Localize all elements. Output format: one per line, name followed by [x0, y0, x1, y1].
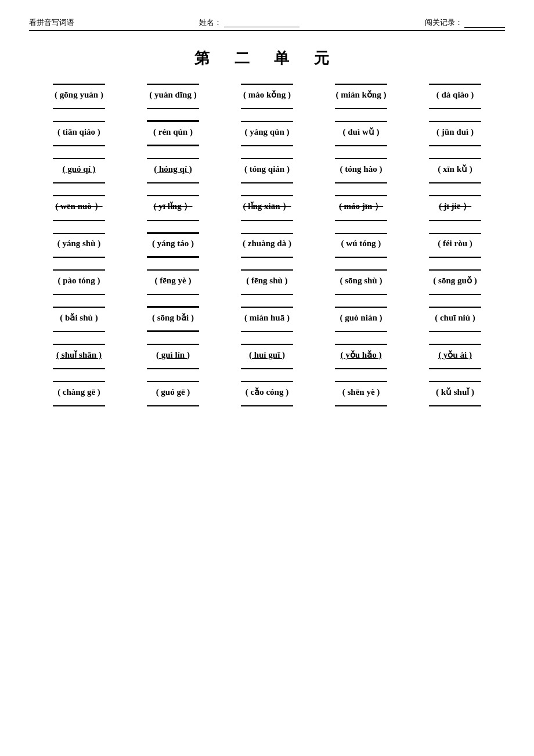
- answer-line-bot-0-1[interactable]: [147, 105, 199, 109]
- answer-line-bot-8-3[interactable]: [335, 402, 387, 406]
- answer-line-top-0-3[interactable]: [335, 80, 387, 85]
- answer-line-bot-3-3[interactable]: [335, 217, 387, 221]
- answer-line-bot-2-2[interactable]: [241, 179, 293, 183]
- answer-line-top-6-0[interactable]: [53, 303, 105, 308]
- answer-line-bot-4-3[interactable]: [335, 253, 387, 258]
- answer-line-bot-7-4[interactable]: [429, 365, 481, 369]
- answer-line-bot-5-2[interactable]: [241, 290, 293, 295]
- answer-line-top-8-4[interactable]: [429, 377, 481, 382]
- answer-line-bot-1-1[interactable]: [147, 142, 199, 146]
- answer-line-bot-4-0[interactable]: [53, 253, 105, 258]
- answer-line-top-4-3[interactable]: [335, 229, 387, 234]
- answer-line-top-5-4[interactable]: [429, 266, 481, 271]
- answer-line-top-3-3[interactable]: [335, 192, 387, 196]
- answer-line-bot-0-0[interactable]: [53, 105, 105, 109]
- answer-line-bot-0-2[interactable]: [241, 105, 293, 109]
- answer-line-bot-7-3[interactable]: [335, 365, 387, 369]
- bot-line-col-2-0: [32, 177, 126, 183]
- answer-line-top-7-1[interactable]: [147, 340, 199, 345]
- answer-line-bot-1-3[interactable]: [335, 142, 387, 146]
- answer-line-bot-1-4[interactable]: [429, 142, 481, 146]
- answer-line-top-6-1[interactable]: [147, 303, 199, 308]
- answer-line-bot-6-2[interactable]: [241, 327, 293, 332]
- answer-line-top-1-0[interactable]: [53, 117, 105, 122]
- answer-line-bot-8-0[interactable]: [53, 402, 105, 406]
- answer-line-top-2-3[interactable]: [335, 154, 387, 159]
- answer-line-top-2-0[interactable]: [53, 154, 105, 159]
- answer-line-top-7-3[interactable]: [335, 340, 387, 345]
- answer-line-bot-2-0[interactable]: [53, 179, 105, 183]
- answer-line-bot-6-3[interactable]: [335, 327, 387, 332]
- answer-line-top-3-0[interactable]: [53, 192, 105, 196]
- answer-line-bot-6-0[interactable]: [53, 327, 105, 332]
- answer-line-top-3-1[interactable]: [147, 192, 199, 196]
- answer-line-top-8-2[interactable]: [241, 377, 293, 382]
- top-line-col-1-1: [126, 117, 220, 124]
- answer-line-bot-7-1[interactable]: [147, 365, 199, 369]
- answer-line-top-1-4[interactable]: [429, 117, 481, 122]
- answer-line-top-4-4[interactable]: [429, 229, 481, 234]
- answer-line-top-1-3[interactable]: [335, 117, 387, 122]
- answer-line-top-2-2[interactable]: [241, 154, 293, 159]
- answer-line-top-0-4[interactable]: [429, 80, 481, 85]
- answer-line-top-1-2[interactable]: [241, 117, 293, 122]
- answer-line-bot-6-1[interactable]: [147, 327, 199, 332]
- answer-line-top-7-4[interactable]: [429, 340, 481, 345]
- record-field[interactable]: [464, 19, 505, 28]
- bot-line-col-0-2: [220, 102, 314, 109]
- answer-line-bot-8-4[interactable]: [429, 402, 481, 406]
- answer-line-bot-8-1[interactable]: [147, 402, 199, 406]
- answer-line-top-5-2[interactable]: [241, 266, 293, 271]
- pinyin-item-7-1: ( guì lín ): [126, 348, 220, 362]
- answer-line-top-5-0[interactable]: [53, 266, 105, 271]
- answer-line-bot-3-2[interactable]: [241, 217, 293, 221]
- answer-line-bot-1-2[interactable]: [241, 142, 293, 146]
- answer-line-bot-5-1[interactable]: [147, 290, 199, 295]
- answer-line-bot-5-4[interactable]: [429, 290, 481, 295]
- answer-line-top-0-2[interactable]: [241, 80, 293, 85]
- answer-line-bot-4-1[interactable]: [147, 253, 199, 258]
- answer-line-bot-3-4[interactable]: [429, 217, 481, 221]
- answer-line-top-6-4[interactable]: [429, 303, 481, 308]
- answer-line-bot-2-3[interactable]: [335, 179, 387, 183]
- answer-line-top-3-2[interactable]: [241, 192, 293, 196]
- answer-line-bot-3-0[interactable]: [53, 217, 105, 221]
- answer-line-bot-7-0[interactable]: [53, 365, 105, 369]
- answer-line-top-7-2[interactable]: [241, 340, 293, 345]
- pinyin-item-3-4: ( jī jiē ）: [408, 199, 502, 214]
- bot-lines-row-1: [29, 139, 505, 146]
- answer-line-bot-5-0[interactable]: [53, 290, 105, 295]
- answer-line-top-5-1[interactable]: [147, 266, 199, 271]
- answer-line-bot-3-1[interactable]: [147, 217, 199, 221]
- answer-line-top-8-0[interactable]: [53, 377, 105, 382]
- answer-line-bot-0-3[interactable]: [335, 105, 387, 109]
- answer-line-top-4-0[interactable]: [53, 229, 105, 234]
- top-line-col-4-0: [32, 229, 126, 236]
- answer-line-top-6-2[interactable]: [241, 303, 293, 308]
- answer-line-top-4-2[interactable]: [241, 229, 293, 234]
- answer-line-top-0-0[interactable]: [53, 80, 105, 85]
- answer-line-bot-2-1[interactable]: [147, 179, 199, 183]
- answer-line-top-6-3[interactable]: [335, 303, 387, 308]
- answer-line-bot-8-2[interactable]: [241, 402, 293, 406]
- answer-line-bot-2-4[interactable]: [429, 179, 481, 183]
- answer-line-bot-5-3[interactable]: [335, 290, 387, 295]
- bot-line-col-4-1: [126, 251, 220, 258]
- answer-line-top-8-3[interactable]: [335, 377, 387, 382]
- answer-line-bot-7-2[interactable]: [241, 365, 293, 369]
- answer-line-top-0-1[interactable]: [147, 80, 199, 85]
- answer-line-top-5-3[interactable]: [335, 266, 387, 271]
- answer-line-top-2-1[interactable]: [147, 154, 199, 159]
- answer-line-bot-6-4[interactable]: [429, 327, 481, 332]
- answer-line-top-7-0[interactable]: [53, 340, 105, 345]
- answer-line-bot-0-4[interactable]: [429, 105, 481, 109]
- name-field[interactable]: [224, 18, 300, 27]
- answer-line-top-3-4[interactable]: [429, 192, 481, 196]
- answer-line-bot-4-2[interactable]: [241, 253, 293, 258]
- answer-line-top-8-1[interactable]: [147, 377, 199, 382]
- answer-line-top-2-4[interactable]: [429, 154, 481, 159]
- answer-line-bot-1-0[interactable]: [53, 142, 105, 146]
- answer-line-top-1-1[interactable]: [147, 117, 199, 122]
- answer-line-bot-4-4[interactable]: [429, 253, 481, 258]
- answer-line-top-4-1[interactable]: [147, 229, 199, 234]
